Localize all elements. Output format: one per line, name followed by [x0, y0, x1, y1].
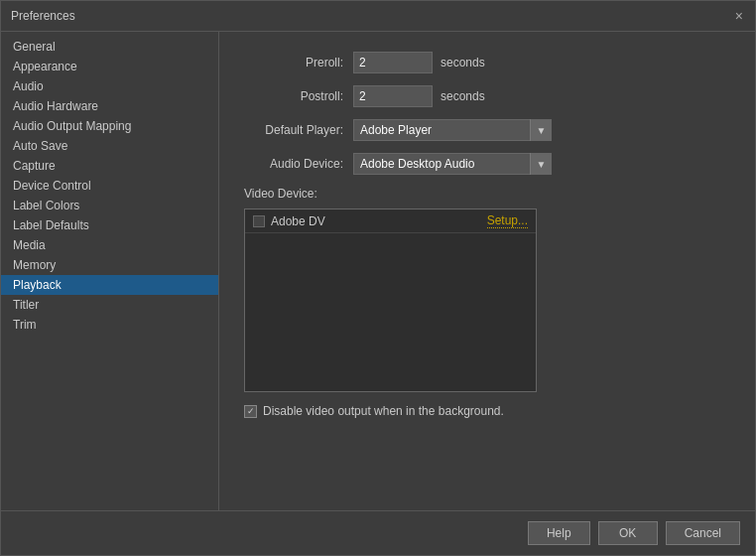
sidebar-item-audio[interactable]: Audio: [1, 76, 218, 96]
sidebar-item-label-colors[interactable]: Label Colors: [1, 196, 218, 215]
dialog-body: GeneralAppearanceAudioAudio HardwareAudi…: [1, 32, 755, 510]
sidebar-item-capture[interactable]: Capture: [1, 156, 218, 176]
main-content: Preroll: seconds Postroll: seconds Defau…: [219, 32, 755, 510]
help-button[interactable]: Help: [528, 521, 590, 545]
default-player-select[interactable]: Adobe Player Mercury Transmit: [353, 119, 552, 141]
close-button[interactable]: ×: [733, 9, 745, 23]
sidebar-item-titler[interactable]: Titler: [1, 295, 218, 315]
default-player-label: Default Player:: [244, 123, 343, 137]
audio-device-wrapper: Adobe Desktop Audio ▼: [353, 153, 552, 175]
sidebar-item-memory[interactable]: Memory: [1, 255, 218, 275]
video-device-left: Adobe DV: [253, 214, 325, 228]
video-device-label: Video Device:: [244, 187, 730, 201]
sidebar-item-media[interactable]: Media: [1, 235, 218, 255]
default-player-wrapper: Adobe Player Mercury Transmit ▼: [353, 119, 552, 141]
disable-video-label: Disable video output when in the backgro…: [263, 404, 504, 418]
sidebar: GeneralAppearanceAudioAudio HardwareAudi…: [1, 32, 219, 510]
sidebar-item-audio-hardware[interactable]: Audio Hardware: [1, 96, 218, 116]
dialog-title: Preferences: [11, 9, 75, 23]
sidebar-item-trim[interactable]: Trim: [1, 315, 218, 335]
preroll-unit: seconds: [441, 56, 485, 70]
preferences-dialog: Preferences × GeneralAppearanceAudioAudi…: [0, 0, 756, 556]
sidebar-item-playback[interactable]: Playback: [1, 275, 218, 295]
preroll-label: Preroll:: [244, 56, 343, 70]
disable-video-row: ✓ Disable video output when in the backg…: [244, 404, 730, 418]
cancel-button[interactable]: Cancel: [666, 521, 740, 545]
audio-device-select[interactable]: Adobe Desktop Audio: [353, 153, 552, 175]
sidebar-item-label-defaults[interactable]: Label Defaults: [1, 215, 218, 235]
sidebar-item-appearance[interactable]: Appearance: [1, 57, 218, 76]
postroll-row: Postroll: seconds: [244, 85, 730, 107]
default-player-row: Default Player: Adobe Player Mercury Tra…: [244, 119, 730, 141]
audio-device-row: Audio Device: Adobe Desktop Audio ▼: [244, 153, 730, 175]
audio-device-label: Audio Device:: [244, 157, 343, 171]
postroll-unit: seconds: [441, 89, 485, 103]
sidebar-item-audio-output-mapping[interactable]: Audio Output Mapping: [1, 116, 218, 136]
postroll-label: Postroll:: [244, 89, 343, 103]
disable-video-checkbox[interactable]: ✓: [244, 405, 257, 418]
preroll-input[interactable]: [353, 52, 433, 73]
sidebar-item-auto-save[interactable]: Auto Save: [1, 136, 218, 156]
video-device-box: Adobe DV Setup...: [244, 208, 537, 392]
adobe-dv-checkbox[interactable]: [253, 215, 265, 227]
sidebar-item-device-control[interactable]: Device Control: [1, 176, 218, 196]
preroll-row: Preroll: seconds: [244, 52, 730, 73]
adobe-dv-name: Adobe DV: [271, 214, 325, 228]
dialog-footer: Help OK Cancel: [1, 510, 755, 555]
ok-button[interactable]: OK: [598, 521, 658, 545]
setup-link[interactable]: Setup...: [487, 213, 528, 228]
sidebar-item-general[interactable]: General: [1, 37, 218, 57]
title-bar: Preferences ×: [1, 1, 755, 32]
postroll-input[interactable]: [353, 85, 433, 107]
video-device-row: Adobe DV Setup...: [245, 209, 536, 233]
